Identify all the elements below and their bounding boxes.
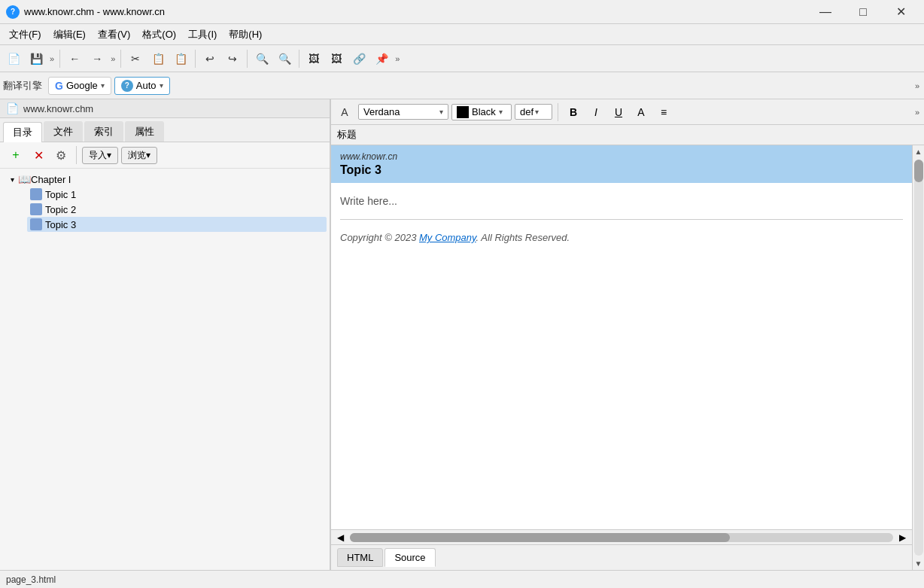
italic-button[interactable]: I: [586, 102, 606, 122]
content-title: Topic 3: [340, 163, 381, 177]
v-scroll-track[interactable]: [914, 160, 923, 556]
toolbar-more-2[interactable]: »: [109, 54, 117, 63]
menu-bar: 文件(F) 编辑(E) 查看(V) 格式(O) 工具(I) 帮助(H): [0, 24, 924, 45]
topic-2-icon: [30, 203, 42, 215]
content-body[interactable]: Write here... Copyright © 2023 My Compan…: [331, 183, 912, 529]
scroll-left-button[interactable]: ◀: [334, 532, 347, 543]
auto-language-button[interactable]: ? Auto ▾: [114, 77, 170, 95]
title-area: 标题: [331, 125, 924, 145]
insert-image-button[interactable]: 🖼: [303, 48, 324, 69]
remove-topic-button[interactable]: ✕: [29, 145, 48, 165]
chapter-item[interactable]: ▾ 📖 Chapter I: [3, 172, 327, 187]
size-select[interactable]: def ▾: [515, 104, 552, 120]
toolbar-more-3[interactable]: »: [394, 54, 401, 63]
color-label: Black: [472, 106, 496, 117]
menu-help[interactable]: 帮助(H): [223, 26, 268, 43]
window-controls: — □ ✕: [808, 0, 918, 24]
menu-tools[interactable]: 工具(I): [182, 26, 223, 43]
link-button[interactable]: 🔗: [348, 48, 369, 69]
scroll-up-button[interactable]: ▲: [915, 145, 922, 158]
back-button[interactable]: ←: [64, 48, 85, 69]
main-toolbar: 📄 💾 » ← → » ✂ 📋 📋 ↩ ↪ 🔍 🔍 🖼 🖼 🔗 📌 »: [0, 45, 924, 72]
menu-file[interactable]: 文件(F): [3, 26, 47, 43]
maximize-button[interactable]: □: [846, 0, 880, 24]
left-header-title: www.knowr.chm: [23, 103, 93, 114]
write-here-placeholder: Write here...: [340, 195, 903, 207]
title-bar: ? www.knowr.chm - www.knowr.cn — □ ✕: [0, 0, 924, 24]
topic-2-label: Topic 2: [45, 204, 76, 215]
new-button[interactable]: 📄: [3, 48, 24, 69]
question-icon: ?: [121, 80, 133, 92]
color-select[interactable]: Black ▾: [451, 104, 512, 120]
tab-index[interactable]: 索引: [84, 121, 123, 142]
minimize-button[interactable]: —: [808, 0, 843, 24]
topic-2-item[interactable]: Topic 2: [27, 202, 327, 217]
content-area: www.knowr.cn Topic 3 Write here... Copyr…: [331, 145, 912, 570]
topic-1-item[interactable]: Topic 1: [27, 187, 327, 202]
format-more[interactable]: »: [913, 108, 921, 117]
zoom-button[interactable]: 🔍: [274, 48, 295, 69]
copyright-end: . All Rights Reserved.: [476, 232, 570, 243]
undo-button[interactable]: ↩: [199, 48, 220, 69]
title-area-label: 标题: [337, 128, 357, 142]
settings-button[interactable]: ⚙: [51, 145, 71, 165]
status-bar: page_3.html: [0, 570, 924, 588]
topic-3-item[interactable]: Topic 3: [27, 217, 327, 232]
insert-image2-button[interactable]: 🖼: [326, 48, 347, 69]
close-button[interactable]: ✕: [883, 0, 918, 24]
font-select[interactable]: Verdana ▾: [358, 104, 448, 120]
topic-3-label: Topic 3: [45, 219, 76, 230]
font-chevron-icon: ▾: [439, 108, 443, 116]
toolbar2-more[interactable]: »: [913, 81, 921, 90]
h-scroll-track[interactable]: [350, 533, 893, 542]
scroll-right-button[interactable]: ▶: [896, 532, 909, 543]
import-button[interactable]: 导入▾: [82, 147, 118, 164]
font-icon-button[interactable]: A: [334, 102, 355, 123]
format-separator: [558, 103, 558, 121]
color-chevron-icon: ▾: [499, 108, 503, 116]
topic-3-icon: [30, 218, 42, 230]
add-topic-button[interactable]: +: [6, 145, 26, 165]
tab-contents[interactable]: 目录: [3, 122, 42, 142]
google-translate-button[interactable]: G Google ▾: [48, 77, 111, 95]
copy-button[interactable]: 📋: [147, 48, 169, 69]
align-button[interactable]: ≡: [654, 102, 673, 122]
size-label: def: [520, 106, 533, 117]
cut-button[interactable]: ✂: [125, 48, 146, 69]
status-text: page_3.html: [6, 574, 56, 585]
color-swatch: [457, 106, 469, 118]
left-tabs: 目录 文件 索引 属性: [0, 118, 330, 142]
tab-files[interactable]: 文件: [44, 121, 83, 142]
size-chevron-icon: ▾: [535, 108, 539, 116]
tab-source[interactable]: Source: [384, 548, 435, 567]
tab-properties[interactable]: 属性: [125, 121, 164, 142]
menu-edit[interactable]: 编辑(E): [47, 26, 92, 43]
scroll-down-button[interactable]: ▼: [915, 557, 922, 570]
chapter-icon: 📖: [18, 173, 31, 185]
menu-view[interactable]: 查看(V): [92, 26, 136, 43]
google-label: Google: [66, 80, 98, 91]
search-button[interactable]: 🔍: [251, 48, 272, 69]
left-separator: [76, 146, 77, 164]
forward-button[interactable]: →: [87, 48, 108, 69]
format-toolbar: A Verdana ▾ Black ▾ def ▾ B I U A ≡ »: [331, 99, 924, 125]
right-panel: A Verdana ▾ Black ▾ def ▾ B I U A ≡ »: [331, 99, 924, 570]
tab-html[interactable]: HTML: [337, 548, 383, 567]
highlight-button[interactable]: A: [631, 102, 651, 122]
tree-children: Topic 1 Topic 2 Topic 3: [27, 187, 327, 232]
bold-button[interactable]: B: [564, 102, 583, 122]
browse-button[interactable]: 浏览▾: [121, 147, 157, 164]
right-scrollbar: ▲ ▼: [912, 145, 924, 570]
redo-button[interactable]: ↪: [222, 48, 243, 69]
content-divider: [340, 219, 903, 220]
toolbar-more-1[interactable]: »: [48, 54, 56, 63]
bottom-tabs: HTML Source: [331, 544, 912, 570]
chapter-toggle[interactable]: ▾: [6, 173, 18, 185]
underline-button[interactable]: U: [609, 102, 628, 122]
company-link[interactable]: My Company: [419, 232, 476, 243]
menu-format[interactable]: 格式(O): [136, 26, 182, 43]
paste-button[interactable]: 📋: [170, 48, 191, 69]
separator-3: [195, 50, 196, 68]
bookmark-button[interactable]: 📌: [371, 48, 392, 69]
save-button[interactable]: 💾: [26, 48, 47, 69]
